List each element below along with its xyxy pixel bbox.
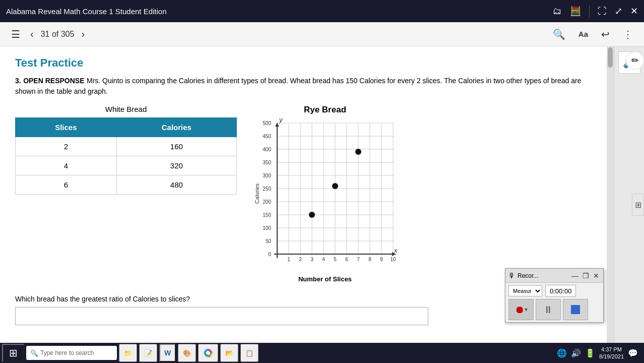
- answer-input[interactable]: [15, 307, 428, 325]
- navbar-left: ☰ ‹ 31 of 305 ›: [8, 26, 88, 42]
- notification-icon[interactable]: 💬: [628, 348, 638, 358]
- svg-text:300: 300: [263, 173, 271, 178]
- table-body: 216043206480: [16, 137, 237, 195]
- next-page-button[interactable]: ›: [78, 26, 88, 42]
- record-arrow-icon: ▾: [525, 306, 528, 313]
- white-bread-table: Slices Calories 216043206480: [15, 117, 237, 195]
- recorder-mode-select[interactable]: Measur: [508, 285, 542, 296]
- divider: [589, 5, 590, 17]
- page-indicator: 31 of 305: [41, 30, 75, 39]
- bottom-question-text: Which bread has the greatest ratio of Ca…: [15, 295, 190, 303]
- taskbar: ⊞ 🔍 Type here to search 📁 📝 W 🎨 📂 📋 🌐 🔊 …: [0, 343, 644, 363]
- close-icon[interactable]: ✕: [630, 6, 638, 17]
- svg-text:50: 50: [266, 238, 272, 244]
- table-cell: 2: [16, 137, 117, 156]
- main-content-area: Test Practice 3. OPEN RESPONSE Mrs. Quin…: [0, 46, 644, 363]
- recorder-widget: 🎙 Recor... — ❐ ✕ Measur 0:00:00 ⏺ ▾: [505, 268, 604, 323]
- svg-marker-25: [275, 123, 279, 127]
- pause-button[interactable]: ⏸: [536, 299, 561, 320]
- taskbar-chrome[interactable]: [198, 344, 218, 362]
- taskbar-folder[interactable]: 📂: [220, 344, 238, 362]
- rye-bread-graph: y x 0 50 100 150 200 250 300 350 400 450: [252, 118, 398, 274]
- svg-text:8: 8: [368, 257, 371, 262]
- stop-icon: [571, 305, 580, 314]
- annotation-toggle-button[interactable]: ⊞: [632, 194, 644, 216]
- clock-date: 8/19/2021: [599, 353, 624, 360]
- svg-text:6: 6: [345, 257, 348, 262]
- question-block: 3. OPEN RESPONSE Mrs. Quinto is comparin…: [15, 76, 599, 97]
- recorder-timer: 0:00:00: [545, 285, 576, 297]
- svg-text:y: y: [279, 118, 283, 124]
- taskbar-app2[interactable]: 📋: [240, 344, 259, 362]
- search-button[interactable]: 🔍: [550, 26, 568, 42]
- slices-header: Slices: [16, 118, 117, 137]
- record-icon: ⏺: [514, 304, 525, 316]
- calculator-icon[interactable]: 🧮: [570, 6, 581, 17]
- pencil-button[interactable]: ✏: [626, 51, 644, 70]
- stop-button[interactable]: [563, 299, 588, 320]
- app-title: Alabama Reveal Math Course 1 Student Edi…: [6, 7, 167, 16]
- svg-text:350: 350: [263, 160, 271, 165]
- open-response-label: OPEN RESPONSE: [23, 77, 84, 85]
- recorder-minimize-button[interactable]: —: [570, 272, 579, 280]
- recorder-close-button[interactable]: ✕: [592, 272, 600, 280]
- clock-time: 4:37 PM: [599, 346, 624, 353]
- graph-x-label: Number of Slices: [252, 275, 398, 283]
- data-point-2: [332, 183, 338, 189]
- recorder-controls: Measur 0:00:00 ⏺ ▾ ⏸: [505, 283, 603, 322]
- pause-icon: ⏸: [543, 304, 553, 316]
- expand-icon[interactable]: ⛶: [598, 6, 607, 17]
- table-cell: 480: [116, 175, 236, 195]
- top-bar: Alabama Reveal Math Course 1 Student Edi…: [0, 0, 644, 22]
- more-button[interactable]: ⋮: [620, 26, 636, 42]
- windows-icon: ⊞: [9, 347, 18, 359]
- volume-icon: 🔊: [571, 348, 581, 358]
- battery-icon: 🔋: [585, 348, 595, 358]
- svg-text:9: 9: [380, 257, 383, 262]
- recorder-row1: Measur 0:00:00: [508, 285, 600, 297]
- taskbar-paint[interactable]: 🎨: [178, 344, 196, 362]
- taskbar-search-icon: 🔍: [30, 349, 38, 357]
- table-row: 6480: [16, 175, 237, 195]
- taskbar-file-explorer[interactable]: 📁: [119, 344, 137, 362]
- record-button[interactable]: ⏺ ▾: [508, 299, 534, 320]
- recorder-restore-button[interactable]: ❐: [582, 272, 590, 280]
- content-row: White Bread Slices Calories 216043206480…: [15, 105, 599, 283]
- briefcase-icon[interactable]: 🗂: [553, 6, 562, 17]
- question-number: 3.: [15, 77, 21, 85]
- svg-text:400: 400: [263, 147, 271, 152]
- taskbar-word[interactable]: W: [159, 344, 176, 362]
- svg-text:Calories: Calories: [254, 183, 260, 204]
- back-button[interactable]: ↩: [598, 26, 613, 42]
- system-clock[interactable]: 4:37 PM 8/19/2021: [599, 346, 624, 360]
- svg-text:10: 10: [390, 257, 396, 262]
- taskbar-notepad[interactable]: 📝: [139, 344, 157, 362]
- font-button[interactable]: Aa: [575, 28, 591, 40]
- menu-button[interactable]: ☰: [8, 26, 23, 42]
- table-section: White Bread Slices Calories 216043206480: [15, 105, 237, 195]
- section-title: Test Practice: [15, 56, 599, 70]
- start-button[interactable]: ⊞: [2, 344, 24, 362]
- recorder-buttons: ⏺ ▾ ⏸: [508, 299, 600, 320]
- table-cell: 4: [16, 156, 117, 175]
- table-title: White Bread: [15, 105, 237, 113]
- graph-section: Rye Bread: [252, 105, 398, 283]
- question-text: Mrs. Quinto is comparing the Calories in…: [15, 77, 582, 95]
- recorder-title-left: 🎙 Recor...: [508, 272, 538, 280]
- table-row: 2160: [16, 137, 237, 156]
- topbar-left: Alabama Reveal Math Course 1 Student Edi…: [6, 7, 167, 16]
- table-row: 4320: [16, 156, 237, 175]
- svg-text:450: 450: [263, 134, 271, 139]
- taskbar-search[interactable]: 🔍 Type here to search: [26, 346, 117, 360]
- arrows-icon[interactable]: ⤢: [615, 6, 622, 17]
- navbar-right: 🔍 Aa ↩ ⋮: [550, 26, 636, 42]
- data-point-1: [309, 212, 315, 218]
- graph-container: y x 0 50 100 150 200 250 300 350 400 450: [252, 118, 398, 283]
- navigation-bar: ☰ ‹ 31 of 305 › 🔍 Aa ↩ ⋮: [0, 22, 644, 46]
- svg-text:4: 4: [322, 257, 325, 262]
- prev-page-button[interactable]: ‹: [27, 26, 37, 42]
- svg-text:2: 2: [299, 257, 302, 262]
- recorder-titlebar-right: — ❐ ✕: [570, 272, 600, 280]
- network-icon: 🌐: [557, 348, 567, 358]
- svg-text:200: 200: [263, 199, 271, 205]
